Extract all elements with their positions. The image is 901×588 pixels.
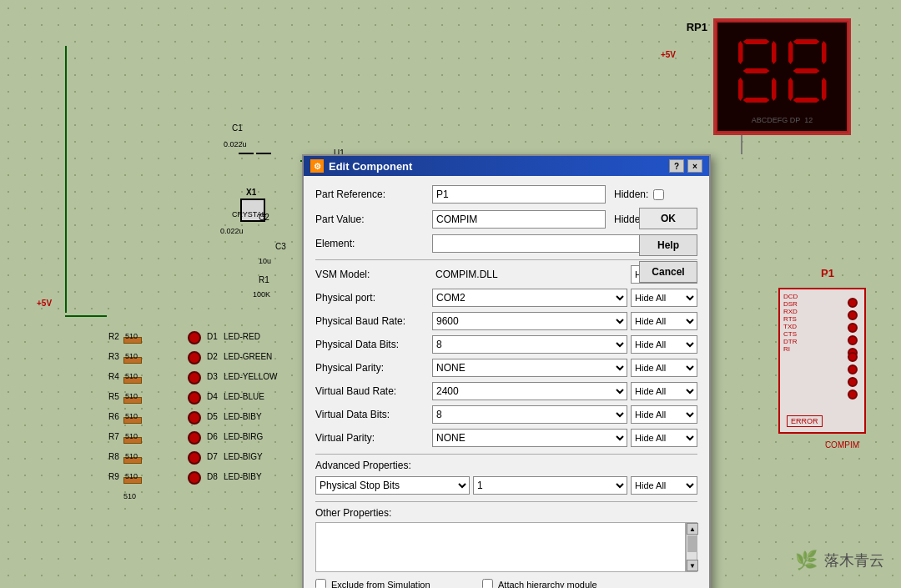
physical-parity-hide-select[interactable]: Hide All Hice <box>631 359 697 377</box>
virtual-baud-select[interactable]: 2400 9600 115200 <box>432 382 627 400</box>
other-props-label: Other Properties: <box>315 507 697 519</box>
physical-port-row: Physical port: COM2 COM1 COM3 Hide All H… <box>315 289 697 307</box>
dialog-close-btn[interactable]: × <box>687 159 702 173</box>
physical-data-row: Physical Data Bits: 8 7 Hide All Hice <box>315 335 697 354</box>
scroll-up-arrow[interactable]: ▲ <box>687 523 698 535</box>
footer-col-right: Attach hierarchy module Hide common pins… <box>482 579 598 588</box>
vsm-model-value: COMPIM.DLL <box>432 269 631 280</box>
physical-stop-hide-select[interactable]: Hide All Hice <box>631 476 697 495</box>
physical-parity-select[interactable]: NONE EVEN ODD <box>432 359 627 377</box>
physical-parity-row: Physical Parity: NONE EVEN ODD Hide All … <box>315 359 697 377</box>
ok-button[interactable]: OK <box>639 208 697 229</box>
virtual-parity-hide-select[interactable]: Hide All Hice <box>631 429 697 447</box>
virtual-data-label: Virtual Data Bits: <box>315 409 432 420</box>
physical-stop-value-select[interactable]: 1 2 <box>473 476 627 495</box>
virtual-baud-row: Virtual Baud Rate: 2400 9600 115200 Hide… <box>315 382 697 400</box>
other-props-area: ▲ ▼ <box>315 522 697 572</box>
physical-stop-select[interactable]: Physical Stop Bits <box>315 476 470 495</box>
other-props-scrollbar[interactable]: ▲ ▼ <box>686 522 697 572</box>
footer-col-left: Exclude from Simulation Exclude from PCB… <box>315 579 449 588</box>
physical-baud-hide-select[interactable]: Hide All Hice <box>631 312 697 330</box>
physical-port-label: Physical port: <box>315 292 432 304</box>
hidden-row-ref: Hidden: <box>614 188 697 200</box>
section-divider-3 <box>315 501 697 502</box>
attach-hierarchy-row: Attach hierarchy module <box>482 579 598 588</box>
part-reference-row: Part Reference: Hidden: <box>315 184 697 204</box>
virtual-parity-row: Virtual Parity: NONE EVEN ODD Hide All H… <box>315 429 697 447</box>
physical-parity-label: Physical Parity: <box>315 362 432 374</box>
physical-port-hide-select[interactable]: Hide All Hice <box>631 289 697 307</box>
action-buttons: OK Help Cancel <box>639 208 697 283</box>
dialog-title-icon: ⚙ <box>310 159 324 173</box>
exclude-sim-row: Exclude from Simulation <box>315 579 449 588</box>
element-select[interactable] <box>432 234 654 253</box>
attach-hierarchy-label: Attach hierarchy module <box>498 580 597 589</box>
physical-data-select[interactable]: 8 7 <box>432 335 627 354</box>
other-props-content <box>315 522 686 572</box>
titlebar-left: ⚙ Edit Component <box>310 159 412 173</box>
titlebar-controls: ? × <box>669 159 702 173</box>
part-reference-input[interactable] <box>432 185 606 204</box>
virtual-parity-label: Virtual Parity: <box>315 432 432 444</box>
hidden-checkbox-ref[interactable] <box>653 189 664 200</box>
part-reference-label: Part Reference: <box>315 188 432 200</box>
part-value-label: Part Value: <box>315 214 432 225</box>
scroll-down-arrow[interactable]: ▼ <box>687 560 698 571</box>
scroll-thumb[interactable] <box>687 535 697 552</box>
attach-hierarchy-checkbox[interactable] <box>482 579 493 588</box>
help-button[interactable]: Help <box>639 234 697 256</box>
physical-port-select[interactable]: COM2 COM1 COM3 <box>432 289 627 307</box>
dialog-title: Edit Component <box>329 160 412 173</box>
advanced-props-label: Advanced Properties: <box>315 460 697 471</box>
virtual-data-select[interactable]: 8 7 <box>432 405 627 424</box>
virtual-baud-hide-select[interactable]: Hide All Hice <box>631 382 697 400</box>
dialog-help-btn[interactable]: ? <box>669 159 684 173</box>
exclude-sim-label: Exclude from Simulation <box>331 580 430 589</box>
element-label: Element: <box>315 238 432 249</box>
virtual-parity-select[interactable]: NONE EVEN ODD <box>432 429 627 447</box>
virtual-data-row: Virtual Data Bits: 8 7 Hide All Hice <box>315 405 697 424</box>
part-value-input[interactable] <box>432 210 606 229</box>
dialog-titlebar: ⚙ Edit Component ? × <box>304 156 709 176</box>
physical-data-label: Physical Data Bits: <box>315 339 432 350</box>
physical-data-hide-select[interactable]: Hide All Hice <box>631 335 697 354</box>
physical-stop-row: Physical Stop Bits 1 2 Hide All Hice <box>315 476 697 495</box>
virtual-baud-label: Virtual Baud Rate: <box>315 385 432 397</box>
physical-baud-select[interactable]: 9600 115200 57600 <box>432 312 627 330</box>
exclude-sim-checkbox[interactable] <box>315 579 326 588</box>
vsm-model-label: VSM Model: <box>315 269 432 280</box>
edit-component-dialog: ⚙ Edit Component ? × OK Help Cancel Part… <box>302 154 711 588</box>
cancel-button[interactable]: Cancel <box>639 261 697 283</box>
physical-baud-label: Physical Baud Rate: <box>315 315 432 327</box>
dialog-overlay: ⚙ Edit Component ? × OK Help Cancel Part… <box>0 0 901 588</box>
physical-baud-row: Physical Baud Rate: 9600 115200 57600 Hi… <box>315 312 697 330</box>
dialog-content: OK Help Cancel Part Reference: Hidden: P… <box>304 176 709 588</box>
virtual-data-hide-select[interactable]: Hide All Hice <box>631 405 697 424</box>
footer-checkboxes: Exclude from Simulation Exclude from PCB… <box>315 579 697 588</box>
section-divider-2 <box>315 454 697 455</box>
